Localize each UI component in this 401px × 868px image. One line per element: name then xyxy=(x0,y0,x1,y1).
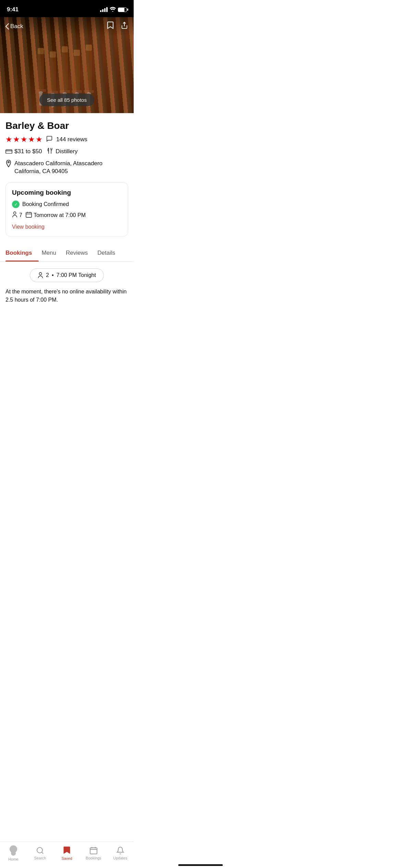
star-3: ★ xyxy=(21,135,27,144)
svg-point-27 xyxy=(8,161,9,163)
share-button[interactable] xyxy=(121,21,128,32)
status-icons xyxy=(100,7,127,13)
fork-knife-icon xyxy=(47,147,53,156)
svg-rect-1 xyxy=(38,48,44,54)
bookmark-button[interactable] xyxy=(107,21,114,32)
address-row: Atascadero California, Atascadero Califo… xyxy=(5,159,128,176)
price-range: $31 to $50 xyxy=(5,148,42,155)
selector-party: 2 xyxy=(46,272,49,278)
category: Distillery xyxy=(47,147,77,156)
star-rating: ★ ★ ★ ★ ★ xyxy=(5,135,42,144)
meta-row: $31 to $50 Distillery xyxy=(5,147,128,156)
tab-menu[interactable]: Menu xyxy=(41,245,63,261)
view-booking-link[interactable]: View booking xyxy=(12,224,45,230)
confirmed-check-icon: ✓ xyxy=(12,201,20,208)
star-5: ★ xyxy=(36,135,42,144)
venue-name: Barley & Boar xyxy=(5,120,128,132)
review-count: 144 reviews xyxy=(56,136,87,143)
person-icon xyxy=(12,212,17,219)
category-text: Distillery xyxy=(56,148,77,155)
address-text: Atascadero California, Atascadero Califo… xyxy=(14,159,128,176)
confirmed-label: Booking Confirmed xyxy=(22,201,69,207)
party-size-value: 7 xyxy=(19,212,22,218)
reviews-icon xyxy=(46,135,53,143)
svg-rect-0 xyxy=(38,51,44,93)
svg-rect-4 xyxy=(50,51,56,58)
battery-icon xyxy=(118,8,127,12)
status-bar: 9:41 xyxy=(0,0,134,17)
svg-rect-6 xyxy=(62,50,68,93)
booking-details: 7 Tomorrow at 7:00 PM xyxy=(12,212,122,219)
wifi-icon xyxy=(110,7,116,13)
star-1: ★ xyxy=(5,135,12,144)
hero-image: Back See all 85 photos xyxy=(0,17,134,113)
signal-icon xyxy=(100,7,108,12)
main-content: Barley & Boar ★ ★ ★ ★ ★ 144 reviews $31 … xyxy=(0,113,134,311)
svg-point-30 xyxy=(39,273,41,275)
booking-datetime: Tomorrow at 7:00 PM xyxy=(26,212,86,219)
price-text: $31 to $50 xyxy=(14,148,42,155)
photos-badge[interactable]: See all 85 photos xyxy=(39,94,94,106)
rating-row: ★ ★ ★ ★ ★ 144 reviews xyxy=(5,135,128,144)
svg-rect-25 xyxy=(6,149,12,153)
svg-rect-10 xyxy=(74,50,80,56)
booking-selector-button[interactable]: 2 • 7:00 PM Tonight xyxy=(30,268,104,282)
booking-card: Upcoming booking ✓ Booking Confirmed 7 xyxy=(5,182,128,237)
availability-message: At the moment, there's no online availab… xyxy=(5,288,128,311)
star-2: ★ xyxy=(13,135,20,144)
location-icon xyxy=(5,160,12,169)
status-time: 9:41 xyxy=(7,6,19,13)
booking-status: ✓ Booking Confirmed xyxy=(12,201,122,208)
back-label: Back xyxy=(10,23,23,30)
booking-selector-wrap: 2 • 7:00 PM Tonight xyxy=(5,262,128,288)
booking-time: Tomorrow at 7:00 PM xyxy=(34,212,86,218)
tabs: Bookings Menu Reviews Details xyxy=(0,245,134,262)
tab-reviews[interactable]: Reviews xyxy=(66,245,95,261)
svg-rect-3 xyxy=(50,55,56,93)
svg-rect-12 xyxy=(86,48,92,93)
calendar-icon xyxy=(26,212,32,219)
svg-point-28 xyxy=(13,212,16,214)
selector-time: 7:00 PM Tonight xyxy=(57,272,96,278)
star-4: ★ xyxy=(28,135,35,144)
svg-rect-7 xyxy=(62,46,68,52)
tab-bookings[interactable]: Bookings xyxy=(5,245,39,261)
svg-rect-29 xyxy=(26,213,32,217)
svg-rect-9 xyxy=(74,53,80,93)
hero-nav: Back xyxy=(0,17,134,36)
svg-point-16 xyxy=(39,91,43,94)
booking-section-title: Upcoming booking xyxy=(12,189,122,196)
svg-rect-13 xyxy=(86,45,92,51)
price-icon xyxy=(5,148,12,155)
nav-right-icons xyxy=(107,21,128,32)
back-button[interactable]: Back xyxy=(5,23,23,30)
tab-details[interactable]: Details xyxy=(97,245,122,261)
party-size: 7 xyxy=(12,212,22,219)
